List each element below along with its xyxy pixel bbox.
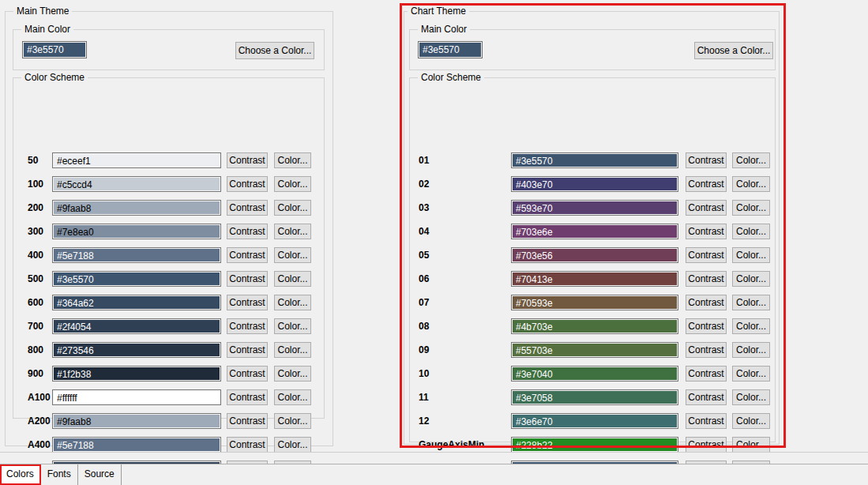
- color-value-field[interactable]: #703e56: [511, 247, 678, 263]
- color-value-field[interactable]: #c5ccd4: [52, 176, 221, 192]
- color-scheme-row-label: A200: [28, 413, 52, 429]
- color-value-field[interactable]: #273546: [52, 342, 221, 358]
- color-value-field[interactable]: #9faab8: [52, 200, 221, 216]
- color-picker-button[interactable]: Color...: [274, 342, 311, 358]
- main-theme-group-title: Main Theme: [13, 6, 72, 17]
- color-value-field[interactable]: #3e5570: [52, 271, 221, 287]
- color-value-field[interactable]: #3e7040: [511, 366, 678, 382]
- color-scheme-row-label: 01: [419, 152, 511, 168]
- color-value-field[interactable]: #593e70: [511, 200, 678, 216]
- contrast-button[interactable]: Contrast: [686, 247, 727, 263]
- color-value-field[interactable]: #7e8ea0: [52, 224, 221, 239]
- color-picker-button[interactable]: Color...: [732, 342, 770, 358]
- color-picker-button[interactable]: Color...: [732, 247, 770, 263]
- color-picker-button[interactable]: Color...: [274, 224, 311, 239]
- color-value-field[interactable]: #eceef1: [52, 152, 221, 168]
- contrast-button[interactable]: Contrast: [686, 152, 727, 168]
- contrast-button[interactable]: Contrast: [227, 200, 268, 216]
- color-scheme-row: 600#364a62ContrastColor...: [28, 295, 324, 310]
- contrast-button[interactable]: Contrast: [227, 152, 268, 168]
- color-picker-button[interactable]: Color...: [274, 247, 311, 263]
- color-scheme-row: 08#4b703eContrastColor...: [419, 318, 775, 334]
- contrast-button[interactable]: Contrast: [227, 295, 268, 310]
- color-picker-button[interactable]: Color...: [274, 176, 311, 192]
- contrast-button[interactable]: Contrast: [686, 271, 727, 287]
- tab-fonts[interactable]: Fonts: [41, 464, 78, 485]
- color-scheme-row: 400#5e7188ContrastColor...: [28, 247, 324, 263]
- color-value-field[interactable]: #2f4054: [52, 318, 221, 334]
- color-picker-button[interactable]: Color...: [274, 295, 311, 310]
- color-picker-button[interactable]: Color...: [732, 389, 770, 405]
- color-value-field[interactable]: #5e7188: [52, 437, 221, 453]
- contrast-button[interactable]: Contrast: [686, 318, 727, 334]
- color-scheme-row: 50#eceef1ContrastColor...: [28, 152, 324, 168]
- choose-color-button[interactable]: Choose a Color...: [694, 42, 773, 59]
- color-value-field[interactable]: #55703e: [511, 342, 678, 358]
- contrast-button[interactable]: Contrast: [227, 271, 268, 287]
- contrast-button[interactable]: Contrast: [686, 200, 727, 216]
- contrast-button[interactable]: Contrast: [227, 176, 268, 192]
- color-scheme-row: 09#55703eContrastColor...: [419, 342, 775, 358]
- contrast-button[interactable]: Contrast: [227, 224, 268, 239]
- contrast-button[interactable]: Contrast: [227, 413, 268, 429]
- color-picker-button[interactable]: Color...: [274, 437, 311, 453]
- color-picker-button[interactable]: Color...: [732, 200, 770, 216]
- contrast-button[interactable]: Contrast: [686, 366, 727, 382]
- color-value-field[interactable]: #70413e: [511, 271, 678, 287]
- color-value-field[interactable]: #5e7188: [52, 247, 221, 263]
- main-color-field[interactable]: #3e5570: [418, 41, 483, 58]
- color-value-field[interactable]: #1f2b38: [52, 366, 221, 382]
- color-picker-button[interactable]: Color...: [274, 152, 311, 168]
- color-picker-button[interactable]: Color...: [274, 318, 311, 334]
- contrast-button[interactable]: Contrast: [227, 389, 268, 405]
- contrast-button[interactable]: Contrast: [686, 413, 727, 429]
- color-picker-button[interactable]: Color...: [732, 295, 770, 310]
- color-picker-button[interactable]: Color...: [274, 200, 311, 216]
- color-picker-button[interactable]: Color...: [732, 318, 770, 334]
- color-scheme-row: 800#273546ContrastColor...: [28, 342, 324, 358]
- color-picker-button[interactable]: Color...: [732, 437, 770, 453]
- color-picker-button[interactable]: Color...: [274, 413, 311, 429]
- color-scheme-row-label: GaugeAxisMin: [419, 437, 511, 453]
- color-picker-button[interactable]: Color...: [732, 413, 770, 429]
- color-value-field[interactable]: #228b22: [511, 437, 678, 453]
- color-value-field[interactable]: #703e6e: [511, 224, 678, 239]
- color-picker-button[interactable]: Color...: [274, 271, 311, 287]
- color-scheme-row: 01#3e5570ContrastColor...: [419, 152, 775, 168]
- color-scheme-row-label: 100: [28, 176, 52, 192]
- contrast-button[interactable]: Contrast: [686, 389, 727, 405]
- main-color-field[interactable]: #3e5570: [22, 41, 87, 58]
- contrast-button[interactable]: Contrast: [227, 437, 268, 453]
- contrast-button[interactable]: Contrast: [227, 318, 268, 334]
- color-value-field[interactable]: #9faab8: [52, 413, 221, 429]
- contrast-button[interactable]: Contrast: [686, 437, 727, 453]
- color-value-field[interactable]: #4b703e: [511, 318, 678, 334]
- color-picker-button[interactable]: Color...: [732, 271, 770, 287]
- choose-color-button[interactable]: Choose a Color...: [235, 42, 314, 59]
- contrast-button[interactable]: Contrast: [227, 247, 268, 263]
- contrast-button[interactable]: Contrast: [686, 342, 727, 358]
- color-picker-button[interactable]: Color...: [732, 366, 770, 382]
- color-value-field[interactable]: #364a62: [52, 295, 221, 310]
- color-value-field[interactable]: #ffffff: [52, 389, 221, 405]
- tab-colors[interactable]: Colors: [0, 464, 41, 485]
- contrast-button[interactable]: Contrast: [686, 224, 727, 239]
- color-value-field[interactable]: #3e6e70: [511, 413, 678, 429]
- tab-source[interactable]: Source: [78, 464, 122, 485]
- color-scheme-rows: 50#eceef1ContrastColor...100#c5ccd4Contr…: [28, 152, 324, 484]
- color-picker-button[interactable]: Color...: [274, 389, 311, 405]
- color-picker-button[interactable]: Color...: [732, 224, 770, 239]
- color-scheme-row-label: 08: [419, 318, 511, 334]
- contrast-button[interactable]: Contrast: [227, 342, 268, 358]
- color-picker-button[interactable]: Color...: [732, 176, 770, 192]
- color-picker-button[interactable]: Color...: [732, 152, 770, 168]
- color-picker-button[interactable]: Color...: [274, 366, 311, 382]
- color-value-field[interactable]: #3e5570: [511, 152, 678, 168]
- color-scheme-row-label: 06: [419, 271, 511, 287]
- color-value-field[interactable]: #70593e: [511, 295, 678, 310]
- color-value-field[interactable]: #403e70: [511, 176, 678, 192]
- contrast-button[interactable]: Contrast: [227, 366, 268, 382]
- contrast-button[interactable]: Contrast: [686, 176, 727, 192]
- color-value-field[interactable]: #3e7058: [511, 389, 678, 405]
- contrast-button[interactable]: Contrast: [686, 295, 727, 310]
